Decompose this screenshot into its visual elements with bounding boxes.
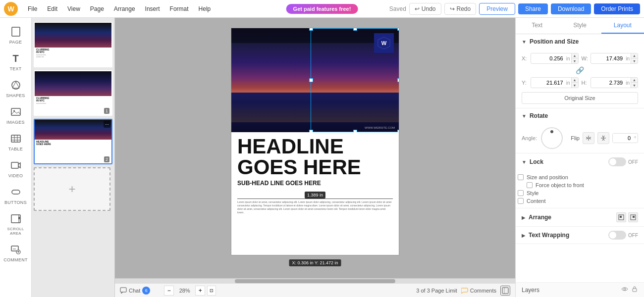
checkbox-style[interactable] (518, 190, 524, 196)
download-button[interactable]: Download (551, 3, 591, 14)
menu-file[interactable]: File (24, 3, 41, 14)
menu-insert[interactable]: Insert (141, 3, 164, 14)
app-logo: W (4, 2, 18, 16)
arrange-icon-1[interactable] (616, 212, 626, 222)
promo-banner[interactable]: Get paid features free! (286, 4, 358, 14)
menu-help[interactable]: Help (195, 3, 215, 14)
comments-button[interactable]: Comments (461, 287, 496, 294)
page-num-1: 1 (104, 108, 109, 114)
zoom-out-button[interactable]: − (164, 286, 174, 296)
checkbox-force-front[interactable] (527, 182, 533, 188)
h-input[interactable] (591, 78, 625, 87)
layers-bar: Layers (516, 282, 644, 297)
flip-v-icon (600, 135, 607, 142)
page-icon (9, 25, 23, 39)
y-stepper-down[interactable]: ▼ (571, 83, 578, 88)
tool-images-label: IMAGES (6, 120, 25, 125)
svg-rect-10 (11, 162, 18, 168)
tab-style[interactable]: Style (558, 18, 601, 34)
tool-page[interactable]: PAGE (2, 22, 30, 48)
add-page-button[interactable]: + (34, 167, 110, 211)
x-stepper-down[interactable]: ▼ (571, 58, 578, 63)
layers-visibility-icon[interactable] (621, 286, 628, 294)
original-size-button[interactable]: Original Size (522, 92, 638, 104)
text-wrapping-header[interactable]: ▶ Text Wrapping OFF (516, 227, 644, 244)
rotate-header[interactable]: ▼ Rotate (516, 108, 644, 123)
menu-edit[interactable]: Edit (43, 3, 61, 14)
h-stepper-down[interactable]: ▼ (631, 83, 638, 88)
tools-sidebar: PAGE T TEXT SHAPES IMAGES TABLE (0, 18, 32, 297)
w-input-wrap: in ▲ ▼ (590, 53, 639, 64)
h-stepper-up[interactable]: ▲ (631, 78, 638, 83)
lock-header[interactable]: ▼ Lock OFF (516, 153, 644, 170)
lock-toggle[interactable] (608, 157, 626, 166)
headline-area[interactable]: HEADLINE GOES HERE SUB-HEAD LINE GOES HE… (231, 132, 399, 191)
flip-horizontal-button[interactable] (583, 132, 594, 144)
layers-lock-icon[interactable] (631, 286, 638, 294)
page-canvas[interactable]: W WWW.WEBSITE.COM (231, 28, 399, 255)
chat-button[interactable]: Chat 6 (120, 287, 150, 295)
x-stepper: ▲ ▼ (571, 53, 578, 63)
tool-images[interactable]: IMAGES (2, 102, 30, 128)
add-page-icon: + (68, 182, 75, 196)
bottom-bar: Chat 6 − 28% + ⊡ 3 of 3 Page Limit Comme… (115, 283, 515, 297)
lock-toggle-container (608, 157, 626, 166)
x-field: X: in ▲ ▼ (522, 53, 579, 64)
flip-vertical-button[interactable] (597, 132, 609, 144)
tool-table[interactable]: TABLE (2, 129, 30, 154)
arrange-icon-2[interactable] (628, 212, 638, 222)
page-options-icon[interactable]: ⋯ (104, 121, 110, 128)
x-input[interactable] (531, 54, 565, 63)
page-thumb-3[interactable]: HEADLINEGOES HERE 2 ⋯ (34, 119, 112, 164)
page-thumb-1[interactable]: CLUBBINGIN NYC some text hereanother lin… (34, 22, 112, 67)
zoom-fit-button[interactable]: ⊡ (207, 286, 216, 296)
checkbox-size-pos[interactable] (518, 174, 524, 180)
preview-button[interactable]: Preview (479, 3, 515, 15)
undo-button[interactable]: ↩ Undo (409, 3, 441, 15)
y-input[interactable] (531, 78, 565, 87)
share-button[interactable]: Share (518, 3, 548, 14)
w-stepper-down[interactable]: ▼ (631, 58, 638, 63)
position-size-header[interactable]: ▼ Position and Size (516, 34, 644, 49)
menu-view[interactable]: View (63, 3, 84, 14)
fullscreen-button[interactable] (500, 286, 510, 296)
scrollbar-thumb[interactable] (235, 279, 395, 283)
page-thumb-2[interactable]: CLUBBINGIN NYC some text here 1 (34, 70, 112, 116)
link-proportions-icon[interactable]: 🔗 (576, 66, 584, 74)
tool-table-label: TABLE (8, 147, 23, 151)
tool-text[interactable]: T TEXT (2, 49, 30, 74)
w-input[interactable] (591, 54, 625, 63)
tool-comment[interactable]: COMMENT (2, 240, 30, 265)
position-size-section: ▼ Position and Size X: in ▲ ▼ (516, 34, 644, 108)
rotate-angle-input[interactable] (613, 134, 633, 143)
x-stepper-up[interactable]: ▲ (571, 53, 578, 58)
svg-rect-5 (11, 135, 20, 142)
lorem-ipsum: Lorem ipsum dolor sit amet, consectetur … (237, 200, 393, 214)
w-stepper-up[interactable]: ▲ (631, 53, 638, 58)
rotate-dial[interactable] (541, 127, 563, 149)
horizontal-scrollbar[interactable] (115, 278, 515, 283)
canvas-scroll[interactable]: W WWW.WEBSITE.COM (115, 18, 515, 278)
y-unit: in (565, 80, 571, 86)
lock-option-force-front: Force object to front (518, 182, 638, 188)
x-unit: in (565, 56, 571, 61)
tab-text[interactable]: Text (516, 18, 558, 34)
y-stepper-up[interactable]: ▲ (571, 78, 578, 83)
menu-page[interactable]: Page (86, 3, 108, 14)
tool-shapes[interactable]: SHAPES (2, 75, 30, 101)
tab-layout[interactable]: Layout (601, 18, 644, 34)
position-size-toggle-icon: ▼ (522, 39, 527, 45)
tool-buttons[interactable]: BUTTONS (2, 182, 30, 208)
menu-format[interactable]: Format (166, 3, 193, 14)
tool-video[interactable]: VIDEO (2, 155, 30, 181)
zoom-in-button[interactable]: + (195, 286, 205, 296)
text-wrapping-toggle[interactable] (608, 231, 626, 240)
menu-arrange[interactable]: Arrange (110, 3, 139, 14)
position-size-title: Position and Size (530, 38, 638, 45)
redo-button[interactable]: ↪ Redo (444, 3, 477, 15)
rotate-body: Angle: Flip (516, 123, 644, 153)
checkbox-content[interactable] (518, 198, 524, 204)
tool-scroll-area[interactable]: SCROLL AREA (2, 209, 30, 239)
arrange-header[interactable]: ▶ Arrange (516, 208, 644, 226)
order-prints-button[interactable]: Order Prints (594, 3, 640, 14)
